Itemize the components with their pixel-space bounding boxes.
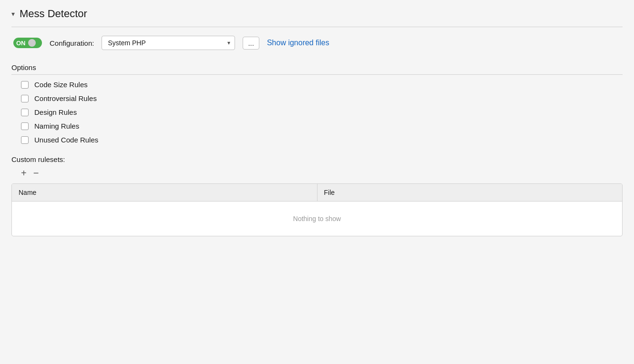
checkbox-naming-rules-label: Naming Rules xyxy=(34,122,79,130)
mess-detector-panel: ▾ Mess Detector ON Configuration: System… xyxy=(0,0,634,364)
checkbox-code-size-rules-input[interactable] xyxy=(21,81,29,89)
toggle-knob xyxy=(28,39,36,47)
rulesets-table: Name File Nothing to show xyxy=(11,183,623,236)
checkbox-naming-rules-input[interactable] xyxy=(21,122,29,130)
table-col-file: File xyxy=(317,184,623,201)
checkbox-controversial-rules-input[interactable] xyxy=(21,95,29,102)
checkbox-design-rules[interactable]: Design Rules xyxy=(21,108,623,116)
options-section-label: Options xyxy=(11,63,623,75)
remove-ruleset-button[interactable]: − xyxy=(33,168,39,178)
checkbox-code-size-rules[interactable]: Code Size Rules xyxy=(21,81,623,89)
table-header: Name File xyxy=(12,184,622,202)
checkbox-unused-code-rules[interactable]: Unused Code Rules xyxy=(21,136,623,144)
add-ruleset-button[interactable]: + xyxy=(21,168,27,178)
ruleset-actions: + − xyxy=(11,168,623,178)
checkbox-controversial-rules-label: Controversial Rules xyxy=(34,94,97,102)
checkbox-controversial-rules[interactable]: Controversial Rules xyxy=(21,94,623,102)
checkbox-unused-code-rules-input[interactable] xyxy=(21,136,29,144)
ellipsis-button[interactable]: ... xyxy=(243,37,259,50)
checkbox-code-size-rules-label: Code Size Rules xyxy=(34,81,88,89)
custom-rulesets-section: Custom rulesets: + − Name File Nothing t… xyxy=(11,155,623,236)
checkbox-design-rules-label: Design Rules xyxy=(34,108,77,116)
config-select[interactable]: System PHP xyxy=(102,36,235,50)
panel-title: Mess Detector xyxy=(20,8,87,20)
checkbox-unused-code-rules-label: Unused Code Rules xyxy=(34,136,98,144)
toolbar-row: ON Configuration: System PHP ▾ ... Show … xyxy=(11,36,623,50)
custom-rulesets-label: Custom rulesets: xyxy=(11,155,623,163)
toggle-on-label: ON xyxy=(16,40,26,47)
show-ignored-files-link[interactable]: Show ignored files xyxy=(267,39,329,47)
checkbox-design-rules-input[interactable] xyxy=(21,109,29,116)
empty-table-message: Nothing to show xyxy=(293,215,341,222)
panel-header: ▾ Mess Detector xyxy=(11,8,623,27)
table-col-name: Name xyxy=(12,184,317,201)
config-label: Configuration: xyxy=(50,39,94,47)
options-section: Options Code Size Rules Controversial Ru… xyxy=(11,63,623,144)
collapse-icon[interactable]: ▾ xyxy=(11,10,15,18)
checkbox-naming-rules[interactable]: Naming Rules xyxy=(21,122,623,130)
table-body: Nothing to show xyxy=(12,202,622,236)
checkbox-list: Code Size Rules Controversial Rules Desi… xyxy=(11,81,623,144)
enable-toggle[interactable]: ON xyxy=(13,38,42,48)
config-select-wrapper: System PHP ▾ xyxy=(102,36,235,50)
